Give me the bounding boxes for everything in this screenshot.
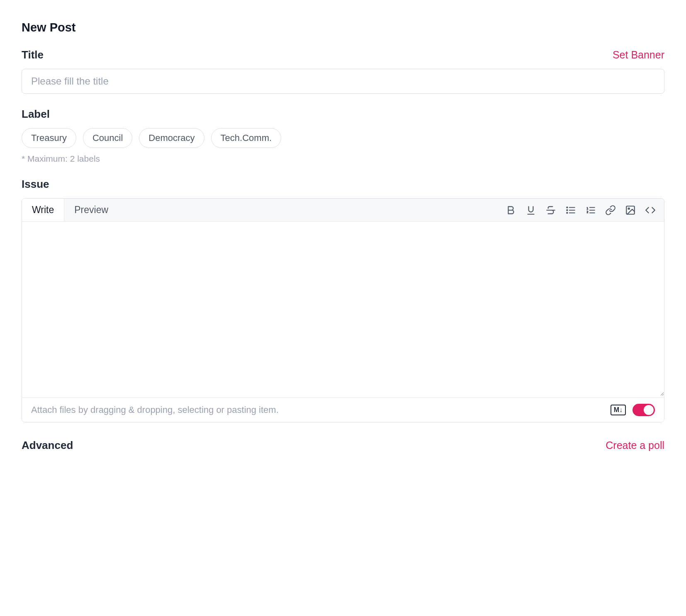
svg-point-6 [567,209,567,210]
label-option-democracy[interactable]: Democracy [139,128,204,148]
bold-icon[interactable] [506,205,516,216]
markdown-badge-icon[interactable]: M↓ [611,405,626,415]
toggle-knob [644,405,654,415]
create-poll-link[interactable]: Create a poll [606,439,664,451]
set-banner-link[interactable]: Set Banner [613,49,664,61]
editor-footer: Attach files by dragging & dropping, sel… [22,398,664,422]
ordered-list-icon[interactable] [585,205,596,216]
link-icon[interactable] [605,205,616,216]
title-section: Title Set Banner [22,49,664,94]
issue-textarea[interactable] [22,222,664,396]
svg-point-5 [567,207,567,208]
strikethrough-icon[interactable] [545,205,556,216]
issue-label: Issue [22,178,49,191]
svg-point-12 [628,208,630,209]
title-label: Title [22,49,44,61]
bullet-list-icon[interactable] [565,205,576,216]
editor-body [22,222,664,398]
underline-icon[interactable] [525,205,536,216]
advanced-label: Advanced [22,439,73,452]
markdown-toggle[interactable] [632,404,655,416]
title-input[interactable] [22,69,664,94]
editor-toolbar: Write Preview [22,199,664,222]
svg-point-7 [567,212,567,213]
label-hint: * Maximum: 2 labels [22,154,664,164]
tab-preview[interactable]: Preview [64,199,118,221]
issue-section: Issue Write Preview [22,178,664,422]
advanced-section: Advanced Create a poll [22,439,664,452]
page-title: New Post [22,21,664,34]
label-section: Label Treasury Council Democracy Tech.Co… [22,108,664,164]
label-option-council[interactable]: Council [83,128,132,148]
attach-hint[interactable]: Attach files by dragging & dropping, sel… [31,405,279,415]
tab-write[interactable]: Write [22,199,64,221]
label-option-techcomm[interactable]: Tech.Comm. [211,128,281,148]
issue-editor: Write Preview [22,198,664,422]
label-label: Label [22,108,50,121]
label-option-treasury[interactable]: Treasury [22,128,76,148]
image-icon[interactable] [625,205,636,216]
code-icon[interactable] [645,205,656,216]
